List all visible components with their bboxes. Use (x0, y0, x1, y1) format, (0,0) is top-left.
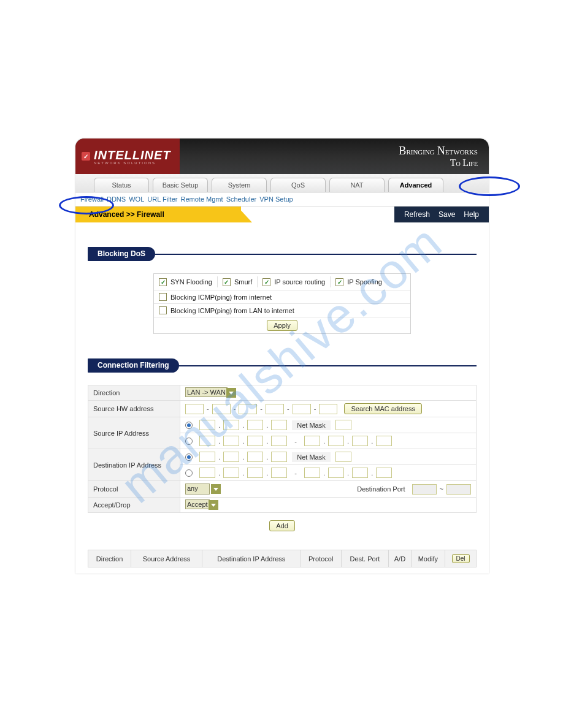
input-src-ip-c4[interactable] (376, 436, 392, 446)
tab-advanced[interactable]: Advanced (388, 178, 443, 192)
label-smurf: Smurf (234, 278, 252, 286)
section-title-dos: Blocking DoS (88, 247, 155, 261)
th-dest-port: Dest. Port (341, 550, 388, 567)
input-dst-ip-c1[interactable] (304, 468, 320, 478)
input-mac-6[interactable] (319, 404, 337, 414)
input-dst-ip-b4[interactable] (271, 468, 287, 478)
save-link[interactable]: Save (439, 210, 455, 219)
input-dst-ip-a3[interactable] (247, 452, 263, 462)
th-ad: A/D (389, 550, 412, 567)
subnav-vpn-setup[interactable]: VPN Setup (259, 195, 293, 203)
label-syn-flooding: SYN Flooding (170, 278, 212, 286)
label-dest-ip: Destination IP Address (88, 449, 180, 481)
label-accept-drop: Accept/Drop (88, 498, 180, 513)
subnav-firewall[interactable]: Firewall (80, 195, 104, 203)
chevron-down-icon[interactable] (226, 388, 236, 398)
tab-status[interactable]: Status (94, 178, 149, 192)
header-banner: ✓ INTELLINET NETWORK SOLUTIONS Bringing … (75, 138, 489, 174)
tagline: Bringing Networks To Life (399, 145, 478, 169)
input-dst-ip-a2[interactable] (223, 452, 239, 462)
apply-button[interactable]: Apply (267, 320, 297, 331)
radio-dst-ip-single[interactable] (185, 453, 193, 461)
input-src-ip-c1[interactable] (304, 436, 320, 446)
subnav-url-filter[interactable]: URL Filter (147, 195, 177, 203)
input-dst-ip-b2[interactable] (223, 468, 239, 478)
section-title-conn: Connection Filtering (88, 358, 179, 373)
checkbox-ip-source-routing[interactable] (262, 278, 270, 286)
radio-dst-ip-range[interactable] (185, 469, 193, 477)
chevron-down-icon[interactable] (211, 484, 221, 494)
input-dst-netmask[interactable] (335, 452, 351, 462)
th-del: Del (445, 550, 477, 567)
label-dst-netmask: Net Mask (292, 452, 330, 462)
label-ip-spoofing: IP Spoofing (347, 278, 382, 286)
input-mac-4[interactable] (266, 404, 284, 414)
select-accept-drop[interactable]: Accept (185, 499, 210, 509)
input-dest-port-to[interactable] (446, 484, 471, 495)
main-tabs: Status Basic Setup System QoS NAT Advanc… (75, 174, 489, 192)
label-source-ip: Source IP Address (88, 417, 180, 449)
input-dst-ip-a4[interactable] (271, 452, 287, 462)
tab-system[interactable]: System (212, 178, 267, 192)
subnav-scheduler[interactable]: Scheduler (226, 195, 257, 203)
input-dst-ip-b3[interactable] (247, 468, 263, 478)
input-mac-2[interactable] (212, 404, 231, 414)
input-dst-ip-b1[interactable] (199, 468, 215, 478)
input-dest-port-from[interactable] (412, 484, 437, 495)
search-mac-button[interactable]: Search MAC address (344, 403, 422, 414)
add-button[interactable]: Add (269, 520, 295, 531)
th-source-address: Source Address (131, 550, 202, 567)
input-src-ip-a1[interactable] (199, 420, 215, 430)
tab-basic-setup[interactable]: Basic Setup (153, 178, 208, 192)
input-src-netmask[interactable] (335, 420, 351, 430)
th-protocol: Protocol (301, 550, 341, 567)
chevron-down-icon[interactable] (209, 500, 218, 510)
radio-src-ip-single[interactable] (185, 422, 193, 429)
brand-box: ✓ INTELLINET NETWORK SOLUTIONS (75, 138, 180, 174)
label-block-icmp-lan: Blocking ICMP(ping) from LAN to internet (170, 307, 294, 314)
checkbox-block-icmp-lan[interactable] (159, 306, 167, 314)
help-link[interactable]: Help (464, 210, 479, 219)
checkbox-syn-flooding[interactable] (159, 278, 167, 286)
input-src-ip-a4[interactable] (271, 420, 287, 430)
label-dest-port: Destination Port (357, 485, 405, 493)
checkbox-ip-spoofing[interactable] (335, 278, 343, 286)
input-src-ip-c2[interactable] (328, 436, 344, 446)
input-src-ip-b4[interactable] (271, 436, 287, 446)
input-mac-5[interactable] (293, 404, 311, 414)
page-actions: Refresh Save Help (394, 207, 489, 222)
label-ip-source-routing: IP source routing (274, 278, 325, 286)
refresh-link[interactable]: Refresh (404, 210, 430, 219)
tab-nat[interactable]: NAT (329, 178, 385, 192)
radio-src-ip-range[interactable] (185, 438, 193, 445)
select-protocol[interactable]: any (185, 483, 210, 495)
input-src-ip-a2[interactable] (223, 420, 239, 430)
sub-nav: Firewall DDNS WOL URL Filter Remote Mgmt… (75, 192, 489, 207)
input-dst-ip-c4[interactable] (376, 468, 392, 478)
input-src-ip-b1[interactable] (199, 436, 215, 446)
dos-options-box: SYN Flooding Smurf IP source routing IP … (153, 273, 411, 334)
del-header-button[interactable]: Del (452, 554, 470, 563)
subnav-ddns[interactable]: DDNS (107, 195, 126, 203)
input-src-ip-b2[interactable] (223, 436, 239, 446)
brand-name: INTELLINET (94, 148, 171, 162)
checkbox-block-icmp-internet[interactable] (159, 293, 167, 301)
select-direction[interactable]: LAN -> WAN (185, 387, 228, 397)
input-src-ip-b3[interactable] (247, 436, 263, 446)
rules-table: Direction Source Address Destination IP … (88, 550, 477, 567)
input-mac-3[interactable] (239, 404, 257, 414)
checkbox-smurf[interactable] (223, 278, 231, 286)
section-head-conn: Connection Filtering (88, 358, 477, 373)
input-mac-1[interactable] (185, 404, 204, 414)
connection-filter-form: Direction LAN -> WAN Source HW address -… (88, 385, 477, 513)
tab-qos[interactable]: QoS (270, 178, 326, 192)
subnav-remote-mgmt[interactable]: Remote Mgmt (181, 195, 223, 203)
input-dst-ip-c3[interactable] (352, 468, 368, 478)
input-dst-ip-a1[interactable] (199, 452, 215, 462)
brand-check-icon: ✓ (82, 152, 90, 161)
input-src-ip-a3[interactable] (247, 420, 263, 430)
subnav-wol[interactable]: WOL (129, 195, 144, 203)
input-dst-ip-c2[interactable] (328, 468, 344, 478)
router-admin-page: ✓ INTELLINET NETWORK SOLUTIONS Bringing … (75, 138, 489, 574)
input-src-ip-c3[interactable] (352, 436, 368, 446)
